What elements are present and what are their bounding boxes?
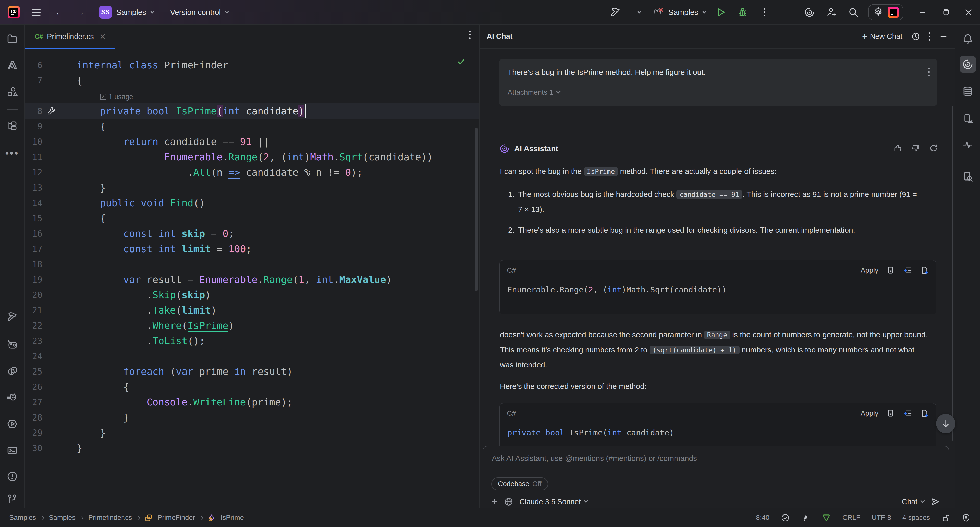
code-editor[interactable]: 6internal class PrimeFinder7{ ↗1 usage8 … <box>24 49 479 508</box>
solution-analysis-icon[interactable] <box>821 513 831 523</box>
line-separator-widget[interactable]: CRLF <box>842 514 861 522</box>
chat-input-box[interactable]: Ask AI Assistant, use @mentions (#mentio… <box>483 446 949 512</box>
editor-line[interactable]: 30} <box>24 441 479 456</box>
chat-options-button[interactable] <box>929 32 931 41</box>
apply-button[interactable]: Apply <box>861 266 878 274</box>
restore-button[interactable] <box>934 0 957 24</box>
problems-tool-button[interactable] <box>4 468 21 485</box>
azure-explorer-button[interactable] <box>4 57 21 73</box>
check-circle-icon[interactable] <box>781 513 790 522</box>
profiler-tool-button[interactable] <box>4 336 21 353</box>
device-explorer-button[interactable] <box>959 169 976 185</box>
copy-icon[interactable] <box>886 266 895 275</box>
editor-line[interactable]: 15 { <box>24 211 479 226</box>
search-everywhere-button[interactable] <box>846 5 861 19</box>
minimize-button[interactable] <box>911 0 934 24</box>
editor-line[interactable]: 19 var result = Enumerable.Range(1, int.… <box>24 272 479 287</box>
breadcrumb-item[interactable]: IsPrime <box>221 514 244 522</box>
insert-at-caret-icon[interactable] <box>904 266 912 275</box>
tab-options-button[interactable] <box>469 31 471 39</box>
new-file-from-snippet-icon[interactable] <box>920 409 929 418</box>
chat-mode-selector[interactable]: Chat <box>902 498 924 506</box>
ai-assistant-button[interactable] <box>802 5 817 19</box>
caret-position-widget[interactable]: 8:40 <box>756 514 770 522</box>
new-file-from-snippet-icon[interactable] <box>920 266 929 275</box>
more-tool-windows-button[interactable]: ••• <box>4 145 21 161</box>
editor-line[interactable]: 27 Console.WriteLine(prime); <box>24 395 479 410</box>
editor-line[interactable]: 25 foreach (var prime in result) <box>24 364 479 379</box>
tab-primefinder[interactable]: C# Primefinder.cs ✕ <box>24 24 115 49</box>
git-tool-button[interactable] <box>4 491 21 507</box>
regenerate-icon[interactable] <box>929 143 938 153</box>
hierarchy-tool-button[interactable] <box>4 118 21 134</box>
code-with-me-button[interactable] <box>824 5 838 19</box>
hide-panel-button[interactable] <box>939 32 948 41</box>
editor-line[interactable]: 20 .Skip(skip) <box>24 287 479 303</box>
chat-history-button[interactable] <box>911 32 920 41</box>
editor-line[interactable]: 13 } <box>24 180 479 195</box>
editor-line[interactable]: 22 .Where(IsPrime) <box>24 318 479 333</box>
editor-line[interactable]: 11 Enumerable.Range(2, (int)Math.Sqrt(ca… <box>24 150 479 165</box>
main-menu-button[interactable] <box>29 5 43 19</box>
structure-button[interactable] <box>4 84 21 100</box>
vcs-widget[interactable]: Version control <box>170 8 228 17</box>
editor-line[interactable]: 26 { <box>24 379 479 395</box>
build-button[interactable] <box>608 5 622 19</box>
nuget-tool-button[interactable] <box>4 389 21 406</box>
indent-widget[interactable]: 4 spaces <box>902 514 930 522</box>
forward-button[interactable]: → <box>73 5 87 19</box>
codebase-toggle[interactable]: Codebase Off <box>491 478 548 490</box>
chat-scrollbar[interactable] <box>952 106 953 441</box>
solution-explorer-button[interactable] <box>4 31 21 47</box>
settings-button[interactable] <box>873 6 884 18</box>
run-button[interactable] <box>714 5 728 19</box>
encoding-widget[interactable]: UTF-8 <box>872 514 891 522</box>
database-tool-button[interactable] <box>959 83 976 100</box>
apply-button[interactable]: Apply <box>861 409 878 417</box>
insert-at-caret-icon[interactable] <box>904 409 912 418</box>
editor-line[interactable]: 16 const int skip = 0; <box>24 226 479 241</box>
device-manager-button[interactable] <box>959 111 976 127</box>
editor-line[interactable]: 21 .Take(limit) <box>24 303 479 318</box>
editor-line[interactable]: 9 { <box>24 119 479 134</box>
editor-line[interactable]: 10 return candidate == 91 || <box>24 134 479 150</box>
usages-inlay-hint[interactable]: ↗1 usage <box>100 89 133 104</box>
new-chat-button[interactable]: + New Chat <box>862 32 902 41</box>
editor-line[interactable]: 7{ <box>24 73 479 88</box>
editor-line[interactable]: 14 public void Find() <box>24 195 479 211</box>
jetbrains-ai-license-button[interactable] <box>888 6 899 18</box>
editor-line[interactable]: 12 .All(n => candidate % n != 0); <box>24 165 479 180</box>
attachments-toggle[interactable]: Attachments 1 <box>508 88 560 97</box>
services-tool-button[interactable] <box>4 416 21 432</box>
terminal-tool-button[interactable] <box>4 442 21 459</box>
web-globe-icon[interactable] <box>504 497 514 506</box>
build-tool-button[interactable] <box>4 309 21 325</box>
breadcrumb-item[interactable]: Samples <box>49 514 76 522</box>
back-button[interactable]: ← <box>52 5 67 19</box>
attach-button[interactable]: + <box>491 496 498 507</box>
editor-line[interactable]: 28 } <box>24 410 479 425</box>
editor-line[interactable]: 29 } <box>24 425 479 441</box>
editor-line[interactable]: 24 <box>24 349 479 364</box>
editor-line[interactable]: 18 <box>24 256 479 272</box>
thumbs-up-icon[interactable] <box>893 143 902 153</box>
run-widget-expand-chevron[interactable] <box>637 9 641 13</box>
breadcrumb-item[interactable]: PrimeFinder <box>158 514 195 522</box>
message-options-button[interactable] <box>928 68 930 76</box>
quick-fix-wrench-icon[interactable] <box>47 106 57 116</box>
coverage-tool-button[interactable] <box>4 363 21 379</box>
editor-line[interactable]: 6internal class PrimeFinder <box>24 57 479 73</box>
monitoring-tool-button[interactable] <box>959 136 976 153</box>
highlighting-level-icon[interactable] <box>801 513 810 522</box>
unlocked-icon[interactable] <box>941 513 950 522</box>
editor-inlay-row[interactable]: ↗1 usage <box>24 88 479 103</box>
breadcrumb-item[interactable]: Samples <box>9 514 36 522</box>
editor-line[interactable]: 8 private bool IsPrime(int candidate) <box>24 103 479 119</box>
scroll-to-bottom-button[interactable] <box>936 414 956 433</box>
thumbs-down-icon[interactable] <box>911 143 920 153</box>
breadcrumb-item[interactable]: Primefinder.cs <box>88 514 132 522</box>
copy-icon[interactable] <box>886 409 895 418</box>
editor-scrollbar[interactable] <box>475 128 478 291</box>
tab-close-icon[interactable]: ✕ <box>98 32 106 41</box>
debug-button[interactable] <box>735 5 750 19</box>
